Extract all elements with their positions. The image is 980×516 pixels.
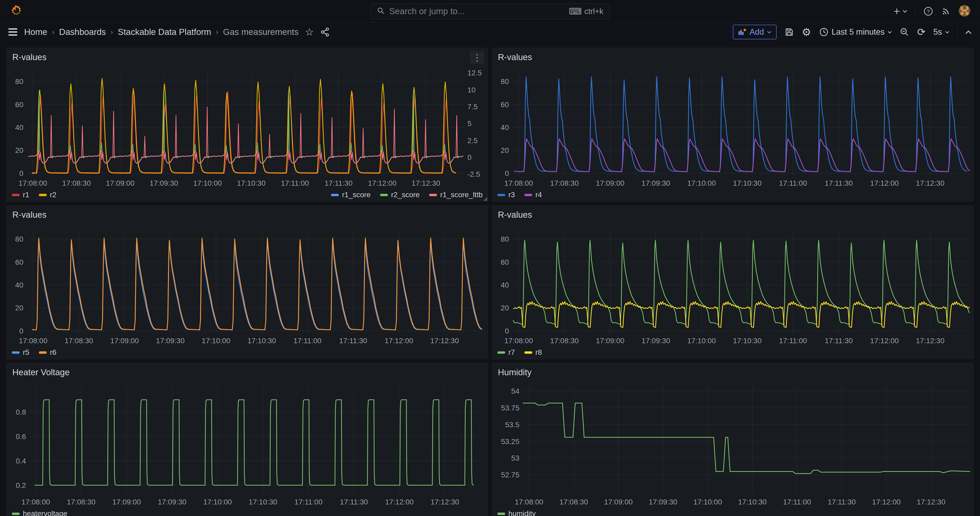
zoom-out-button[interactable] [900, 27, 909, 37]
legend-label: humidity [508, 510, 536, 516]
svg-text:20: 20 [15, 146, 23, 154]
legend-item-r6[interactable]: r6 [39, 348, 56, 357]
panel-menu-icon[interactable]: ⋮ [470, 51, 484, 64]
chart-heater-voltage[interactable]: 17:08:0017:08:3017:09:0017:09:3017:10:00… [6, 382, 488, 507]
legend-item-r1[interactable]: r1 [12, 191, 29, 199]
panel-header: Humidity [492, 363, 974, 382]
chevron-down-icon [767, 31, 772, 33]
news-button[interactable] [941, 6, 951, 16]
svg-text:0: 0 [505, 327, 509, 335]
breadcrumb-item-home[interactable]: Home [24, 27, 47, 37]
legend-item-r2_score[interactable]: r2_score [380, 191, 420, 199]
legend-label: r5 [23, 348, 29, 357]
chart-r-values-3[interactable]: 17:08:0017:08:3017:09:0017:09:3017:10:00… [6, 224, 488, 346]
panel-title-r-values-4[interactable]: R-values [498, 210, 532, 220]
svg-text:17:09:30: 17:09:30 [158, 498, 186, 506]
chart-r-values-4[interactable]: 17:08:0017:08:3017:09:0017:09:3017:10:00… [492, 224, 974, 346]
panel-title-r-values-2[interactable]: R-values [498, 52, 532, 62]
svg-text:17:10:00: 17:10:00 [694, 498, 722, 506]
breadcrumb-separator: › [110, 28, 113, 36]
legend-r-values-3: r5r6 [6, 346, 488, 359]
chevron-down-icon [945, 31, 949, 33]
refresh-icon: ⟳ [917, 27, 926, 37]
panel-resize-handle[interactable] [483, 197, 487, 201]
svg-text:0.2: 0.2 [16, 481, 26, 489]
panel-r-values-4: R-values17:08:0017:08:3017:09:0017:09:30… [492, 205, 974, 359]
legend-item-r8[interactable]: r8 [524, 348, 542, 357]
svg-text:53.75: 53.75 [501, 404, 519, 412]
svg-text:17:11:00: 17:11:00 [293, 337, 321, 345]
legend-item-r1_score[interactable]: r1_score [331, 191, 371, 199]
svg-text:17:10:30: 17:10:30 [248, 337, 276, 345]
svg-text:17:12:00: 17:12:00 [368, 179, 396, 187]
svg-text:7.5: 7.5 [468, 103, 478, 111]
panel-r-values-1: R-values⋮17:08:0017:08:3017:09:0017:09:3… [6, 48, 488, 202]
svg-text:17:09:00: 17:09:00 [596, 179, 624, 187]
svg-text:17:08:30: 17:08:30 [67, 498, 95, 506]
svg-text:52.75: 52.75 [501, 471, 519, 479]
zoom-out-icon [900, 27, 909, 37]
panel-title-heater-voltage[interactable]: Heater Voltage [12, 367, 70, 377]
new-button[interactable] [892, 7, 907, 16]
gear-icon: ⚙ [802, 27, 811, 37]
svg-text:17:08:00: 17:08:00 [504, 337, 533, 345]
legend-item-heatervoltage[interactable]: heatervoltage [12, 510, 67, 516]
svg-text:17:12:30: 17:12:30 [430, 337, 459, 345]
dashboard-settings-button[interactable]: ⚙ [802, 27, 811, 37]
search-input[interactable]: Search or jump to... ⌨ ctrl+k [371, 3, 609, 19]
breadcrumb-item-dashboards[interactable]: Dashboards [59, 27, 106, 37]
grafana-logo[interactable] [10, 4, 22, 18]
favorite-button[interactable]: ☆ [305, 27, 314, 37]
svg-text:17:08:00: 17:08:00 [19, 337, 48, 345]
svg-text:40: 40 [15, 123, 23, 132]
dashboard-toolbar: Home›Dashboards›Stackable Data Platform›… [0, 22, 980, 41]
search-placeholder: Search or jump to... [389, 6, 565, 16]
panel-r-values-2: R-values17:08:0017:08:3017:09:0017:09:30… [492, 48, 974, 202]
legend-swatch [39, 351, 47, 354]
refresh-interval-picker[interactable]: 5s [933, 27, 949, 37]
legend-item-r1_score_lttb[interactable]: r1_score_lttb [429, 191, 483, 199]
breadcrumb-item-stackable-data-platform[interactable]: Stackable Data Platform [118, 27, 211, 37]
panel-title-humidity[interactable]: Humidity [498, 367, 531, 377]
legend-humidity: humidity [492, 507, 974, 516]
svg-text:0: 0 [468, 153, 472, 161]
chart-humidity[interactable]: 17:08:0017:08:3017:09:0017:09:3017:10:00… [492, 382, 974, 507]
collapse-toolbar-button[interactable] [965, 30, 972, 34]
svg-text:17:11:00: 17:11:00 [294, 498, 323, 506]
chart-r-values-1[interactable]: 17:08:0017:08:3017:09:0017:09:3017:10:00… [6, 67, 488, 188]
legend-swatch [497, 351, 505, 354]
legend-item-r7[interactable]: r7 [497, 348, 515, 357]
svg-text:17:10:30: 17:10:30 [733, 337, 762, 345]
legend-item-humidity[interactable]: humidity [497, 510, 536, 516]
save-dashboard-button[interactable] [784, 27, 794, 37]
legend-item-r5[interactable]: r5 [12, 348, 29, 357]
top-nav: Search or jump to... ⌨ ctrl+k ? [0, 0, 980, 22]
svg-text:80: 80 [501, 78, 509, 86]
user-avatar[interactable] [958, 5, 970, 18]
svg-text:17:11:00: 17:11:00 [779, 179, 807, 187]
legend-swatch [331, 194, 339, 196]
legend-r-values-4: r7r8 [492, 346, 974, 359]
svg-text:2.5: 2.5 [468, 137, 478, 145]
time-range-picker[interactable]: Last 5 minutes [819, 27, 892, 37]
refresh-button[interactable]: ⟳ [917, 27, 926, 37]
legend-item-r2[interactable]: r2 [39, 191, 56, 199]
breadcrumb-item-gas-measurements[interactable]: Gas measurements [223, 27, 299, 37]
svg-text:40: 40 [501, 123, 509, 132]
add-panel-button[interactable]: Add [733, 25, 776, 40]
legend-item-r3[interactable]: r3 [497, 191, 515, 199]
panel-header: R-values [492, 205, 974, 224]
help-button[interactable]: ? [923, 6, 933, 16]
svg-text:0: 0 [19, 327, 23, 335]
mega-menu-button[interactable] [8, 28, 18, 36]
add-panel-icon [738, 28, 746, 36]
panel-title-r-values-3[interactable]: R-values [12, 210, 46, 220]
chart-r-values-2[interactable]: 17:08:0017:08:3017:09:0017:09:3017:10:00… [492, 67, 974, 188]
legend-label: r1 [23, 191, 29, 199]
legend-swatch [497, 194, 505, 196]
legend-item-r4[interactable]: r4 [524, 191, 542, 199]
legend-swatch [12, 194, 20, 196]
share-button[interactable] [320, 27, 329, 37]
panel-title-r-values-1[interactable]: R-values [12, 52, 46, 62]
svg-text:17:11:30: 17:11:30 [325, 179, 353, 187]
